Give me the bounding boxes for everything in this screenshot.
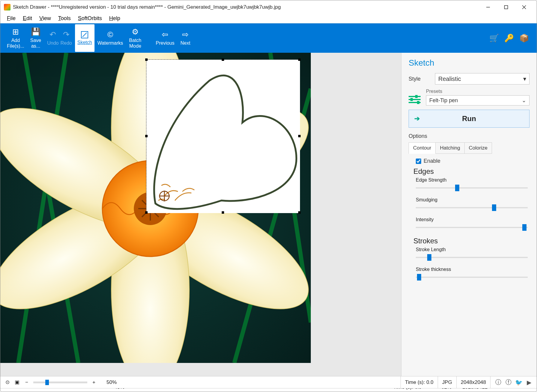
intensity-slider[interactable] (416, 224, 528, 231)
style-select[interactable]: Realistic ▾ (435, 73, 530, 85)
zoom-out-button[interactable]: − (24, 379, 30, 385)
menu-file[interactable]: File (3, 14, 19, 23)
smudging-slider[interactable] (416, 204, 528, 212)
cart-icon[interactable]: 🛒 (489, 34, 499, 43)
handle-nw[interactable] (145, 58, 148, 61)
canvas-area[interactable] (0, 53, 401, 376)
arrow-right-icon: ⇨ (182, 30, 189, 39)
status-dimensions: 2048x2048 (456, 376, 490, 388)
zoom-in-button[interactable]: + (91, 379, 97, 385)
tab-colorize[interactable]: Colorize (465, 143, 492, 154)
zoom-value: 50% (106, 379, 117, 385)
minimize-button[interactable] (479, 0, 497, 14)
arrow-left-icon: ⇦ (162, 30, 168, 39)
twitter-icon[interactable]: 🐦 (516, 379, 522, 385)
panel-heading: Sketch (409, 58, 530, 68)
tab-hatching[interactable]: Hatching (436, 143, 464, 154)
undo-icon: ↶ (50, 30, 56, 39)
tab-contour[interactable]: Contour (409, 143, 436, 154)
maximize-button[interactable] (497, 0, 515, 14)
gear-icon: ⚙ (132, 27, 139, 37)
save-as-button[interactable]: 💾 Save as... (27, 24, 44, 52)
minimize-icon (486, 5, 490, 9)
run-button[interactable]: ➔ Run (409, 110, 530, 128)
strokes-heading: Strokes (413, 237, 528, 245)
copyright-icon: © (107, 30, 113, 39)
chevron-down-icon: ▾ (523, 75, 526, 82)
selection-box[interactable] (146, 59, 300, 213)
youtube-icon[interactable]: ▶ (526, 379, 532, 385)
key-icon[interactable]: 🔑 (504, 34, 514, 43)
stroke-thickness-label: Stroke thickness (416, 267, 528, 272)
menu-view[interactable]: View (36, 14, 55, 23)
menu-tools[interactable]: Tools (55, 14, 74, 23)
stroke-length-slider[interactable] (416, 254, 528, 261)
sketch-panel: Sketch Style Realistic ▾ Presets Felt-Ti… (401, 53, 537, 376)
sketch-icon (81, 31, 88, 39)
watermarks-button[interactable]: © Watermarks (94, 24, 126, 52)
style-label: Style (409, 76, 430, 82)
add-file-icon: ⊞ (12, 27, 19, 37)
handle-sw[interactable] (145, 211, 148, 214)
sketch-preview (146, 60, 299, 212)
previous-button[interactable]: ⇦ Previous (153, 24, 177, 52)
run-arrow-icon: ➔ (414, 115, 420, 123)
ribbon-toolbar: ⊞ Add File(s)... 💾 Save as... ↶ Undo ↷ R… (0, 23, 537, 53)
handle-s[interactable] (222, 211, 224, 214)
presets-select[interactable]: Felt-Tip pen ⌄ (426, 95, 530, 105)
app-window: Sketch Drawer - ****Unregistered version… (0, 0, 537, 392)
svg-line-5 (82, 33, 87, 37)
sliders-icon[interactable] (409, 94, 421, 105)
info-icon[interactable]: ⓘ (495, 379, 501, 385)
edges-heading: Edges (413, 167, 528, 176)
enable-label: Enable (424, 158, 440, 164)
titlebar: Sketch Drawer - ****Unregistered version… (0, 0, 537, 14)
main-area: Sketch Style Realistic ▾ Presets Felt-Ti… (0, 53, 537, 376)
next-button[interactable]: ⇨ Next (177, 24, 193, 52)
chevron-down-icon: ⌄ (522, 97, 526, 104)
menu-edit[interactable]: Edit (19, 14, 36, 23)
options-tabs: Contour Hatching Colorize (409, 142, 492, 154)
redo-icon: ↷ (63, 30, 70, 39)
tab-body-contour: Enable Edges Edge Strength Smudging Inte… (409, 154, 530, 281)
status-format: JPG (438, 376, 456, 388)
menu-softorbits[interactable]: SoftOrbits (74, 14, 106, 23)
enable-checkbox[interactable] (416, 159, 421, 164)
smudging-label: Smudging (416, 197, 528, 203)
svg-rect-1 (505, 5, 508, 9)
menubar: File Edit View Tools SoftOrbits Help (0, 14, 537, 23)
intensity-label: Intensity (416, 217, 528, 222)
artifact-statusbar: 45% Time (s): 6.9 62% 1920x3412 (0, 388, 537, 392)
close-icon (522, 5, 526, 9)
handle-se[interactable] (298, 211, 301, 214)
stroke-thickness-slider[interactable] (416, 273, 528, 281)
zoom-fit-icon[interactable]: ▣ (14, 379, 20, 385)
edge-strength-slider[interactable] (416, 184, 528, 192)
handle-w[interactable] (145, 135, 148, 137)
stroke-length-label: Stroke Length (416, 247, 528, 252)
package-icon[interactable]: 📦 (519, 34, 529, 43)
app-icon (4, 4, 10, 10)
redo-button[interactable]: ↷ Redo (58, 24, 75, 52)
zoom-actual-icon[interactable]: ⊙ (4, 379, 10, 385)
handle-e[interactable] (298, 135, 301, 137)
options-label: Options (409, 133, 530, 139)
facebook-icon[interactable]: ⓕ (506, 379, 512, 385)
menu-help[interactable]: Help (106, 14, 124, 23)
handle-ne[interactable] (298, 58, 301, 61)
status-time: Time (s): 0.0 (400, 376, 438, 388)
add-files-button[interactable]: ⊞ Add File(s)... (4, 24, 27, 52)
save-icon: 💾 (31, 27, 40, 37)
zoom-slider[interactable] (33, 382, 87, 383)
presets-label: Presets (426, 89, 530, 94)
close-button[interactable] (515, 0, 533, 14)
maximize-icon (504, 5, 508, 9)
batch-mode-button[interactable]: ⚙ Batch Mode (126, 24, 144, 52)
edge-strength-label: Edge Strength (416, 177, 528, 183)
window-title: Sketch Drawer - ****Unregistered version… (13, 4, 479, 10)
statusbar: ⊙ ▣ − + 50% Time (s): 0.0 JPG 2048x2048 … (0, 376, 537, 388)
sketch-button[interactable]: Sketch (75, 24, 94, 52)
handle-n[interactable] (222, 58, 224, 61)
